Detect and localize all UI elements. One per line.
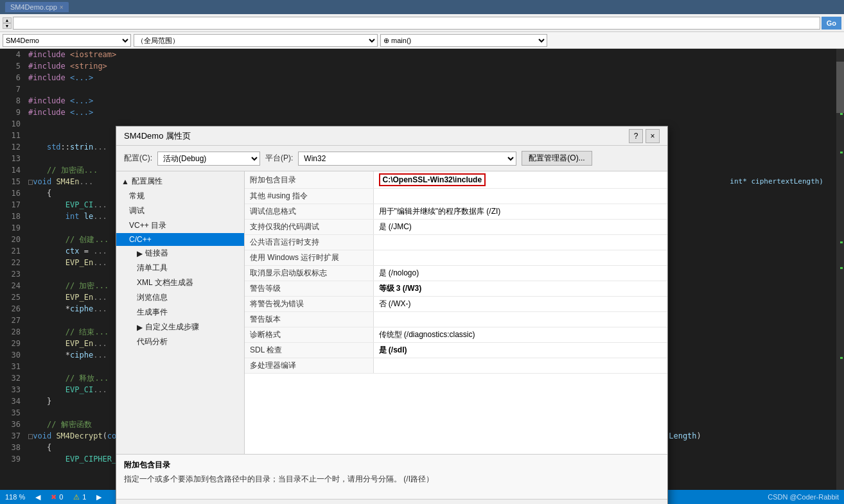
dialog-controls: ? × — [629, 129, 660, 143]
table-row: 警告等级 等级 3 (/W3) — [245, 281, 667, 297]
tree-item-vc-dirs[interactable]: VC++ 目录 — [116, 218, 244, 233]
nav-up-btn[interactable]: ▲ — [3, 17, 12, 23]
class-select[interactable]: SM4Demo — [3, 34, 131, 47]
table-row: 公共语言运行时支持 — [245, 235, 667, 250]
table-row: SDL 检查 是 (/sdl) — [245, 343, 667, 358]
title-bar: SM4Demo.cpp × — [0, 0, 844, 14]
tab-filename: SM4Demo.cpp — [10, 3, 57, 11]
table-row: 取消显示启动版权标志 是 (/nologo) — [245, 266, 667, 281]
table-row: 将警告视为错误 否 (/WX-) — [245, 297, 667, 312]
table-row: 使用 Windows 运行时扩展 — [245, 250, 667, 266]
nav-arrows: ▲ ▼ — [3, 17, 12, 29]
go-button[interactable]: Go — [822, 17, 841, 30]
dialog-title: SM4Demo 属性页 — [124, 130, 191, 142]
desc-text: 指定一个或多个要添加到包含路径中的目录；当目录不止一个时，请用分号分隔。 (/I… — [124, 473, 660, 485]
tree-item-build-events[interactable]: 生成事件 — [116, 305, 244, 320]
table-row: 调试信息格式 用于"编辑并继续"的程序数据库 (/ZI) — [245, 204, 667, 220]
table-row: 其他 #using 指令 — [245, 189, 667, 204]
dialog-overlay: SM4Demo 属性页 ? × 配置(C): 活动(Debug) 平台(P): … — [0, 49, 844, 504]
main-area: 45678 910111213 1415161718 1920212223 24… — [0, 49, 844, 504]
table-row: 警告版本 — [245, 312, 667, 327]
code-class-toolbar: SM4Demo （全局范围） ⊕ main() — [0, 32, 844, 49]
desc-title: 附加包含目录 — [124, 460, 660, 471]
tree-item-cpp[interactable]: C/C++ — [116, 233, 244, 246]
tree-item-code-analysis[interactable]: 代码分析 — [116, 335, 244, 349]
tree-item-manifest[interactable]: 清单工具 — [116, 261, 244, 275]
config-mgr-btn[interactable]: 配置管理器(O)... — [522, 151, 592, 166]
tree-panel: ▲ 配置属性 常规 调试 VC++ 目录 C/C++ — [116, 171, 245, 454]
tree-arrow-linker: ▶ — [137, 249, 143, 258]
table-row: 支持仅我的代码调试 是 (/JMC) — [245, 220, 667, 235]
dialog-close-btn[interactable]: × — [646, 129, 660, 143]
props-panel: 附加包含目录 C:\OpenSSL-Win32\include 其他 #usin… — [245, 171, 667, 454]
tree-item-custom-steps[interactable]: ▶ 自定义生成步骤 — [116, 320, 244, 335]
dialog-config-row: 配置(C): 活动(Debug) 平台(P): Win32 配置管理器(O)..… — [116, 146, 667, 171]
tree-item-config-props[interactable]: ▲ 配置属性 — [116, 174, 244, 189]
config-select[interactable]: 活动(Debug) — [157, 152, 260, 166]
tree-item-linker[interactable]: ▶ 链接器 — [116, 246, 244, 261]
tree-item-general[interactable]: 常规 — [116, 189, 244, 204]
tree-item-xml-gen[interactable]: XML 文档生成器 — [116, 275, 244, 290]
include-dir-value[interactable]: C:\OpenSSL-Win32\include — [379, 173, 486, 186]
tab-close-icon[interactable]: × — [60, 4, 64, 11]
tree-item-browse[interactable]: 浏览信息 — [116, 290, 244, 305]
nav-down-btn[interactable]: ▼ — [3, 23, 12, 29]
table-row: 诊断格式 传统型 (/diagnostics:classic) — [245, 327, 667, 343]
platform-label: 平台(P): — [265, 153, 293, 164]
app-window: SM4Demo.cpp × ▲ ▼ Go SM4Demo （全局范围） ⊕ ma… — [0, 0, 844, 504]
dialog-body: ▲ 配置属性 常规 调试 VC++ 目录 C/C++ — [116, 171, 667, 454]
table-row: 多处理器编译 — [245, 358, 667, 374]
method-select[interactable]: ⊕ main() — [380, 34, 547, 47]
properties-dialog: SM4Demo 属性页 ? × 配置(C): 活动(Debug) 平台(P): … — [116, 126, 668, 504]
dialog-help-btn[interactable]: ? — [629, 129, 643, 143]
tree-item-debug[interactable]: 调试 — [116, 204, 244, 218]
dialog-titlebar: SM4Demo 属性页 ? × — [116, 126, 667, 146]
scope-select[interactable]: （全局范围） — [134, 34, 378, 47]
description-panel: 附加包含目录 指定一个或多个要添加到包含路径中的目录；当目录不止一个时，请用分号… — [116, 454, 667, 499]
editor-tab[interactable]: SM4Demo.cpp × — [5, 2, 69, 12]
dialog-footer: 确定 取消 应用(A) — [116, 499, 667, 504]
props-table: 附加包含目录 C:\OpenSSL-Win32\include 其他 #usin… — [245, 171, 667, 374]
tree-arrow-config: ▲ — [121, 177, 129, 186]
nav-input[interactable] — [13, 17, 820, 30]
nav-toolbar: ▲ ▼ Go — [0, 14, 844, 32]
config-label: 配置(C): — [124, 153, 152, 164]
table-row: 附加包含目录 C:\OpenSSL-Win32\include — [245, 171, 667, 189]
tree-arrow-custom: ▶ — [137, 323, 143, 332]
platform-select[interactable]: Win32 — [298, 152, 516, 166]
